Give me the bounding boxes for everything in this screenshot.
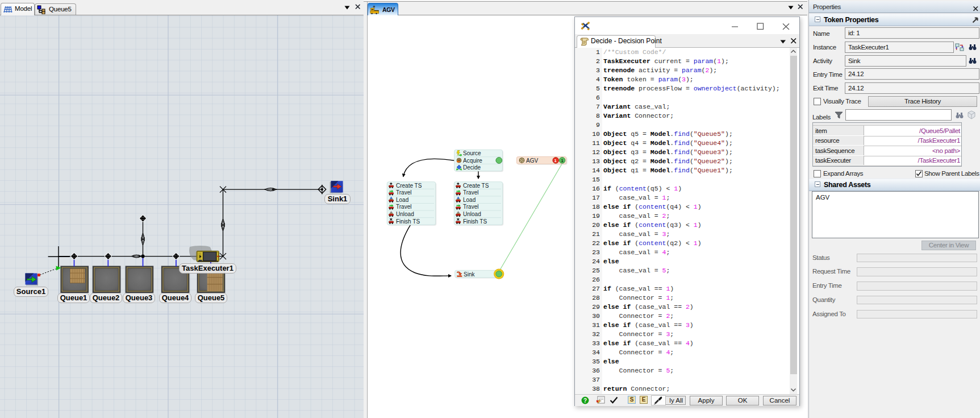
svg-text:Sink: Sink	[464, 271, 475, 278]
svg-text:Finish TS: Finish TS	[396, 218, 420, 225]
svg-text:Decide: Decide	[463, 164, 481, 171]
svg-text:1: 1	[561, 158, 564, 163]
svg-text:Travel: Travel	[396, 189, 411, 196]
svg-text:1: 1	[554, 158, 557, 163]
svg-text:Create TS: Create TS	[396, 183, 422, 189]
svg-text:Unload: Unload	[463, 211, 481, 217]
svg-text:Load: Load	[396, 197, 408, 203]
svg-text:Load: Load	[463, 197, 476, 203]
svg-text:Source: Source	[463, 150, 481, 156]
svg-text:Acquire: Acquire	[463, 158, 482, 164]
svg-text:Travel: Travel	[463, 204, 478, 210]
svg-text:Travel: Travel	[463, 189, 478, 196]
svg-text:Travel: Travel	[396, 204, 411, 210]
svg-text:?: ?	[583, 398, 587, 404]
svg-text:Finish TS: Finish TS	[463, 218, 487, 225]
svg-text:AGV: AGV	[526, 158, 538, 164]
svg-text:Create TS: Create TS	[463, 183, 489, 189]
svg-text:Unload: Unload	[396, 211, 414, 217]
